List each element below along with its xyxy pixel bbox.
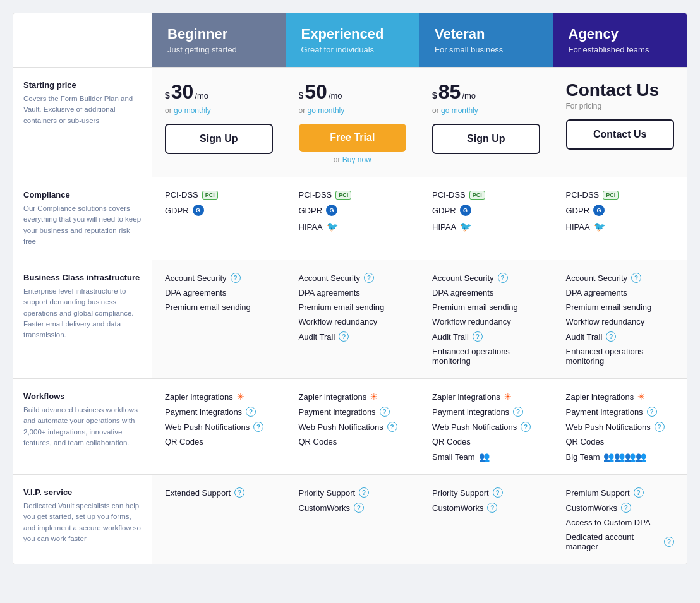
feature-label: CustomWorks bbox=[299, 503, 350, 513]
veteran-go-monthly-link[interactable]: go monthly bbox=[441, 106, 478, 115]
pci-badge: PCI bbox=[335, 191, 351, 200]
starting-price-title: Starting price bbox=[23, 80, 142, 90]
agency-hipaa: HIPAA 🐦 bbox=[566, 221, 675, 232]
gdpr-badge: G bbox=[460, 205, 471, 216]
pci-label: PCI-DSS bbox=[432, 190, 466, 200]
info-icon[interactable]: ? bbox=[664, 537, 674, 547]
info-icon[interactable]: ? bbox=[359, 487, 369, 498]
veteran-zapier: Zapier integrations ✳ bbox=[432, 391, 540, 402]
feature-label: Zapier integrations bbox=[566, 392, 634, 402]
agency-contact-button[interactable]: Contact Us bbox=[566, 119, 675, 150]
experienced-dpa: DPA agreements bbox=[299, 288, 407, 297]
agency-contact-title: Contact Us bbox=[566, 80, 675, 100]
experienced-premium-email: Premium email sending bbox=[299, 302, 407, 312]
feature-label: QR Codes bbox=[432, 437, 471, 446]
veteran-per: /mo bbox=[462, 91, 476, 100]
veteran-enhanced-ops: Enhanced operations monitoring bbox=[432, 347, 540, 366]
feature-label: Web Push Notifications bbox=[566, 422, 651, 432]
experienced-buynow-wrapper: or Buy now bbox=[299, 155, 407, 164]
zapier-icon: ✳ bbox=[237, 391, 244, 402]
feature-label: Premium email sending bbox=[432, 302, 518, 312]
veteran-qr: QR Codes bbox=[432, 437, 540, 446]
gdpr-badge: G bbox=[593, 205, 605, 216]
info-icon[interactable]: ? bbox=[253, 422, 263, 432]
veteran-audit-trail: Audit Trail ? bbox=[432, 331, 540, 342]
veteran-premium-email: Premium email sending bbox=[432, 302, 540, 312]
experienced-buynow-link[interactable]: Buy now bbox=[342, 155, 371, 164]
veteran-plan-sub: For small business bbox=[435, 45, 538, 54]
info-icon[interactable]: ? bbox=[364, 273, 374, 283]
experienced-customworks: CustomWorks ? bbox=[299, 503, 407, 513]
feature-label: Workflow redundancy bbox=[299, 317, 378, 326]
info-icon[interactable]: ? bbox=[487, 503, 497, 513]
info-icon[interactable]: ? bbox=[473, 331, 483, 342]
beginner-go-monthly-link[interactable]: go monthly bbox=[174, 106, 211, 115]
info-icon[interactable]: ? bbox=[606, 331, 616, 342]
zapier-icon: ✳ bbox=[637, 391, 645, 402]
beginner-infra-cell: Account Security ? DPA agreements Premiu… bbox=[152, 260, 286, 378]
feature-label: Payment integrations bbox=[566, 407, 643, 417]
experienced-account-security: Account Security ? bbox=[299, 273, 407, 283]
feature-label: Payment integrations bbox=[299, 407, 376, 417]
workflows-title: Workflows bbox=[23, 391, 142, 401]
feature-label: CustomWorks bbox=[432, 503, 483, 513]
agency-payment: Payment integrations ? bbox=[566, 407, 675, 417]
team-icon: 👥 bbox=[479, 451, 490, 462]
info-icon[interactable]: ? bbox=[380, 407, 390, 417]
pci-label: PCI-DSS bbox=[299, 190, 332, 200]
beginner-extended-support: Extended Support ? bbox=[165, 487, 273, 498]
info-icon[interactable]: ? bbox=[621, 503, 631, 513]
veteran-customworks: CustomWorks ? bbox=[432, 503, 540, 513]
info-icon[interactable]: ? bbox=[631, 273, 641, 283]
experienced-free-trial-button[interactable]: Free Trial bbox=[299, 124, 407, 152]
pci-label: PCI-DSS bbox=[566, 190, 600, 200]
info-icon[interactable]: ? bbox=[231, 273, 241, 283]
veteran-workflows-cell: Zapier integrations ✳ Payment integratio… bbox=[419, 379, 553, 474]
feature-label: Small Team bbox=[432, 452, 475, 462]
veteran-signup-button[interactable]: Sign Up bbox=[432, 124, 540, 154]
feature-label: Audit Trail bbox=[566, 332, 603, 342]
info-icon[interactable]: ? bbox=[354, 503, 364, 513]
pci-label: PCI-DSS bbox=[165, 190, 198, 200]
info-icon[interactable]: ? bbox=[339, 331, 349, 342]
feature-label: DPA agreements bbox=[165, 288, 226, 297]
feature-label: QR Codes bbox=[299, 437, 337, 446]
info-icon[interactable]: ? bbox=[493, 487, 503, 498]
experienced-audit-trail: Audit Trail ? bbox=[299, 331, 407, 342]
vip-label: V.I.P. service Dedicated Vault specialis… bbox=[13, 475, 152, 564]
veteran-vip-cell: Priority Support ? CustomWorks ? bbox=[419, 475, 553, 564]
infrastructure-title: Business Class infrastructure bbox=[23, 273, 142, 282]
beginner-premium-email: Premium email sending bbox=[165, 302, 273, 312]
info-icon[interactable]: ? bbox=[387, 422, 397, 432]
info-icon[interactable]: ? bbox=[655, 422, 665, 432]
info-icon[interactable]: ? bbox=[513, 407, 523, 417]
beginner-dollar: $ bbox=[165, 90, 170, 100]
veteran-infra-cell: Account Security ? DPA agreements Premiu… bbox=[419, 260, 553, 378]
veteran-gdpr: GDPR G bbox=[432, 205, 540, 216]
beginner-price-cell: $ 30 /mo or go monthly Sign Up bbox=[152, 68, 286, 177]
beginner-per: /mo bbox=[195, 91, 208, 100]
infrastructure-row: Business Class infrastructure Enterprise… bbox=[13, 260, 687, 378]
info-icon[interactable]: ? bbox=[498, 273, 508, 283]
experienced-web-push: Web Push Notifications ? bbox=[299, 422, 407, 432]
beginner-dpa: DPA agreements bbox=[165, 288, 273, 297]
starting-price-desc: Covers the Form Builder Plan and Vault. … bbox=[23, 93, 142, 126]
experienced-go-monthly-link[interactable]: go monthly bbox=[308, 106, 345, 115]
feature-label: Web Push Notifications bbox=[165, 422, 250, 432]
info-icon[interactable]: ? bbox=[246, 407, 256, 417]
beginner-plan-sub: Just getting started bbox=[167, 45, 271, 54]
agency-workflows-cell: Zapier integrations ✳ Payment integratio… bbox=[553, 379, 687, 474]
experienced-infra-cell: Account Security ? DPA agreements Premiu… bbox=[286, 260, 420, 378]
info-icon[interactable]: ? bbox=[634, 487, 644, 498]
agency-audit-trail: Audit Trail ? bbox=[566, 331, 675, 342]
info-icon[interactable]: ? bbox=[647, 407, 657, 417]
compliance-desc: Our Compliance solutions covers everythi… bbox=[23, 203, 142, 247]
pci-badge: PCI bbox=[202, 191, 218, 200]
veteran-price-cell: $ 85 /mo or go monthly Sign Up bbox=[419, 68, 553, 177]
beginner-signup-button[interactable]: Sign Up bbox=[165, 124, 273, 154]
info-icon[interactable]: ? bbox=[234, 487, 244, 498]
agency-compliance-cell: PCI-DSS PCI GDPR G HIPAA 🐦 bbox=[553, 177, 687, 260]
feature-label: Workflow redundancy bbox=[566, 317, 645, 326]
pricing-table: Beginner Just getting started Experience… bbox=[13, 13, 687, 564]
info-icon[interactable]: ? bbox=[521, 422, 531, 432]
